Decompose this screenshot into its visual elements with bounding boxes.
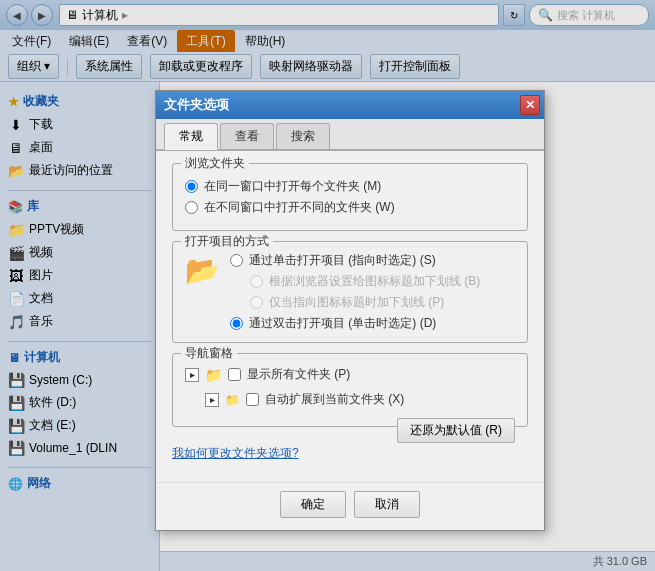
browse-option-2[interactable]: 在不同窗口中打开不同的文件夹 (W): [185, 197, 515, 218]
browse-section-label: 浏览文件夹: [181, 155, 249, 172]
folder-large-icon: 📂: [185, 254, 220, 287]
navigation-label: 导航窗格: [181, 345, 237, 362]
browse-radio-2[interactable]: [185, 201, 198, 214]
cancel-button[interactable]: 取消: [354, 491, 420, 518]
help-link[interactable]: 我如何更改文件夹选项?: [172, 445, 299, 462]
tab-bar: 常规 查看 搜索: [156, 119, 544, 151]
open-radio-4[interactable]: [230, 317, 243, 330]
browse-radio-group: 在同一窗口中打开每个文件夹 (M) 在不同窗口中打开不同的文件夹 (W): [185, 176, 515, 218]
open-hover-underline: 仅当指向图标标题时加下划线 (P): [230, 292, 515, 313]
nav-item-2: ▸ 📁 自动扩展到当前文件夹 (X): [185, 387, 515, 412]
browse-option-1[interactable]: 在同一窗口中打开每个文件夹 (M): [185, 176, 515, 197]
ok-button[interactable]: 确定: [280, 491, 346, 518]
open-radio-3: [250, 296, 263, 309]
tree-expand-icon-1[interactable]: ▸: [185, 368, 199, 382]
tree-expand-icon-2[interactable]: ▸: [205, 393, 219, 407]
nav-item-1: ▸ 📁 显示所有文件夹 (P): [185, 362, 515, 387]
folder-sm-icon-1: 📁: [205, 367, 222, 383]
nav-check-1[interactable]: [228, 368, 241, 381]
tab-search[interactable]: 搜索: [276, 123, 330, 149]
folder-options-dialog: 文件夹选项 ✕ 常规 查看 搜索 浏览文件夹 在同一窗口中打开每个文件夹 (M)…: [155, 90, 545, 531]
tab-general[interactable]: 常规: [164, 123, 218, 150]
dialog-close-button[interactable]: ✕: [520, 95, 540, 115]
nav-checkbox-1[interactable]: 显示所有文件夹 (P): [228, 364, 350, 385]
folder-sm-icon-2: 📁: [225, 393, 240, 407]
open-method-options: 通过单击打开项目 (指向时选定) (S) 根据浏览器设置给图标标题加下划线 (B…: [230, 250, 515, 334]
open-browser-underline: 根据浏览器设置给图标标题加下划线 (B): [230, 271, 515, 292]
browse-section: 浏览文件夹 在同一窗口中打开每个文件夹 (M) 在不同窗口中打开不同的文件夹 (…: [172, 163, 528, 231]
navigation-section: 导航窗格 ▸ 📁 显示所有文件夹 (P) ▸ 📁 自动扩展到当前文件夹 (X) …: [172, 353, 528, 427]
dialog-footer: 确定 取消: [156, 482, 544, 530]
nav-checkbox-2[interactable]: 自动扩展到当前文件夹 (X): [246, 389, 404, 410]
open-method-label: 打开项目的方式: [181, 233, 273, 250]
dialog-title: 文件夹选项: [164, 96, 229, 114]
dialog-titlebar: 文件夹选项 ✕: [156, 91, 544, 119]
open-double-click[interactable]: 通过双击打开项目 (单击时选定) (D): [230, 313, 515, 334]
open-method-section: 打开项目的方式 📂 通过单击打开项目 (指向时选定) (S) 根据浏览器设置给图…: [172, 241, 528, 343]
nav-check-2[interactable]: [246, 393, 259, 406]
open-single-click[interactable]: 通过单击打开项目 (指向时选定) (S): [230, 250, 515, 271]
tab-view[interactable]: 查看: [220, 123, 274, 149]
restore-default-button[interactable]: 还原为默认值 (R): [397, 418, 515, 443]
open-radio-1[interactable]: [230, 254, 243, 267]
open-radio-2: [250, 275, 263, 288]
browse-radio-1[interactable]: [185, 180, 198, 193]
dialog-content: 浏览文件夹 在同一窗口中打开每个文件夹 (M) 在不同窗口中打开不同的文件夹 (…: [156, 151, 544, 482]
open-method-content: 📂 通过单击打开项目 (指向时选定) (S) 根据浏览器设置给图标标题加下划线 …: [185, 250, 515, 334]
